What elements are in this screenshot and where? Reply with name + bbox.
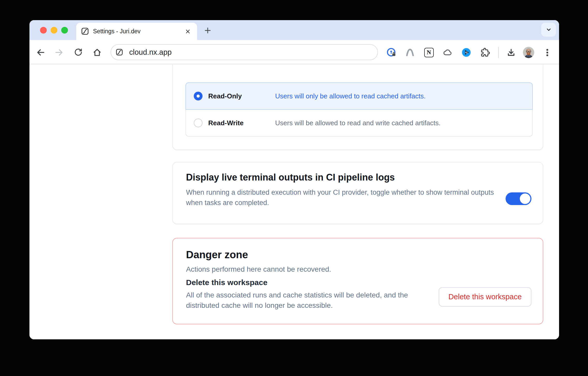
arc-mountain-extension-icon[interactable]	[405, 47, 415, 58]
site-nx-icon	[115, 48, 123, 57]
notion-extension-icon[interactable]: N	[424, 47, 434, 58]
access-scope-radio-group: Read-Only Users will only be allowed to …	[185, 82, 533, 137]
toggle-knob	[520, 193, 530, 204]
tab-search-button[interactable]	[541, 23, 556, 37]
iq-play-extension-icon[interactable]: IQ	[461, 47, 471, 58]
page-content: token? Learn more. Read-Only Users will …	[29, 64, 559, 339]
danger-zone-card: Danger zone Actions performed here canno…	[172, 238, 543, 324]
close-window-icon[interactable]	[40, 27, 47, 34]
extensions-puzzle-icon[interactable]	[480, 47, 490, 58]
read-write-description: Users will be allowed to read and write …	[275, 119, 440, 127]
terminal-outputs-toggle[interactable]	[506, 192, 531, 205]
radio-selected-icon[interactable]	[194, 92, 203, 100]
url-text: cloud.nx.app	[129, 45, 172, 60]
onepassword-extension-icon[interactable]	[386, 47, 397, 58]
read-only-label: Read-Only	[208, 92, 242, 100]
tab-strip: Settings - Juri.dev	[29, 20, 559, 40]
read-write-option-row[interactable]: Read-Write Users will be allowed to read…	[185, 110, 533, 137]
screenshot-stage: Settings - Juri.dev	[0, 0, 588, 376]
chevron-down-icon	[545, 26, 552, 33]
minimize-window-icon[interactable]	[51, 27, 57, 34]
radio-unselected-icon[interactable]	[194, 119, 203, 127]
new-tab-icon[interactable]	[203, 26, 212, 35]
reload-icon[interactable]	[74, 48, 83, 57]
delete-workspace-description: All of the associated runs and cache sta…	[186, 290, 428, 311]
read-only-description: Users will only be allowed to read cache…	[275, 92, 425, 100]
browser-toolbar: cloud.nx.app N	[29, 40, 559, 64]
danger-zone-subtitle: Actions performed here cannot be recover…	[186, 265, 331, 274]
browser-window: Settings - Juri.dev	[29, 20, 559, 339]
address-bar[interactable]: cloud.nx.app	[111, 44, 378, 60]
downloads-icon[interactable]	[506, 48, 516, 58]
tab-title: Settings - Juri.dev	[93, 23, 141, 40]
cloud-extension-icon[interactable]	[443, 47, 453, 58]
terminal-outputs-title: Display live terminal outputs in CI pipe…	[186, 172, 395, 183]
forward-icon[interactable]	[54, 48, 64, 57]
nx-favicon-icon	[81, 27, 89, 36]
browser-menu-kebab-icon[interactable]	[543, 48, 552, 58]
delete-workspace-button[interactable]: Delete this workspace	[439, 287, 531, 307]
home-icon[interactable]	[92, 48, 102, 57]
browser-tab[interactable]: Settings - Juri.dev	[76, 23, 197, 40]
terminal-outputs-card: Display live terminal outputs in CI pipe…	[172, 162, 543, 224]
zoom-window-icon[interactable]	[61, 27, 68, 34]
profile-avatar[interactable]	[523, 47, 534, 58]
terminal-outputs-description: When running a distributed execution wit…	[186, 187, 509, 208]
delete-workspace-title: Delete this workspace	[186, 278, 267, 287]
close-tab-icon[interactable]	[185, 28, 191, 35]
back-icon[interactable]	[36, 48, 45, 57]
read-only-option-row[interactable]: Read-Only Users will only be allowed to …	[185, 82, 533, 110]
notion-n-glyph: N	[424, 48, 434, 57]
danger-zone-title: Danger zone	[186, 248, 248, 261]
svg-text:IQ: IQ	[465, 51, 468, 54]
toolbar-divider	[498, 47, 499, 58]
read-write-label: Read-Write	[208, 119, 244, 127]
